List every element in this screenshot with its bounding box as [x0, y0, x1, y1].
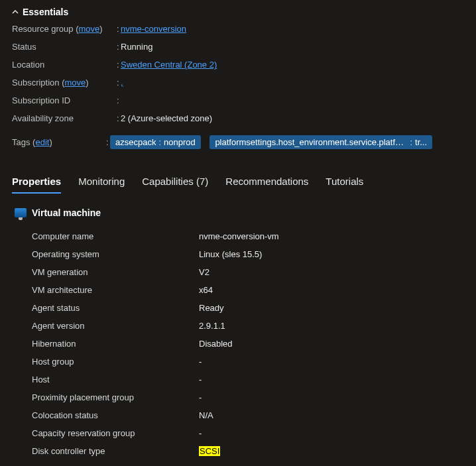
subscription-id-label: Subscription ID — [12, 95, 117, 105]
row-proximity-placement-group: Proximity placement group - — [32, 388, 464, 406]
tab-monitoring[interactable]: Monitoring — [78, 172, 125, 194]
row-operating-system: Operating system Linux (sles 15.5) — [32, 245, 464, 263]
row-host: Host - — [32, 371, 464, 388]
row-disk-controller-type: Disk controller type SCSI — [32, 442, 464, 460]
tag-chip[interactable]: platformsettings.host_environment.servic… — [209, 135, 432, 149]
resource-group-link[interactable]: nvme-conversion — [121, 24, 186, 34]
tab-bar: Properties Monitoring Capabilities (7) R… — [12, 172, 464, 194]
row-colocation-status: Colocation status N/A — [32, 406, 464, 424]
disk-controller-value-highlight: SCSI — [199, 446, 220, 456]
tag-chip[interactable]: azsecpack:nonprod — [110, 135, 201, 149]
tags-list: azsecpack:nonprod platformsettings.host_… — [110, 135, 464, 149]
resource-group-label: Resource group (move) — [12, 24, 117, 34]
subscription-link[interactable]: , — [121, 78, 123, 87]
monitor-icon — [15, 208, 27, 217]
essentials-title: Essentials — [23, 7, 68, 17]
tab-recommendations[interactable]: Recommendations — [225, 172, 308, 194]
row-capacity-reservation-group: Capacity reservation group - — [32, 424, 464, 442]
availability-zone-value: 2 (Azure-selected zone) — [121, 113, 464, 123]
edit-tags-link[interactable]: edit — [35, 137, 49, 147]
row-hibernation: Hibernation Disabled — [32, 335, 464, 353]
availability-zone-label: Availability zone — [12, 113, 117, 123]
tags-label: Tags (edit) — [12, 137, 106, 147]
move-subscription-link[interactable]: move — [65, 78, 86, 87]
row-host-group: Host group - — [32, 353, 464, 371]
row-agent-version: Agent version 2.9.1.1 — [32, 317, 464, 335]
location-link[interactable]: Sweden Central (Zone 2) — [121, 60, 217, 70]
status-value: Running — [121, 42, 464, 52]
tab-capabilities[interactable]: Capabilities (7) — [142, 172, 208, 194]
move-resource-group-link[interactable]: move — [78, 24, 99, 34]
row-computer-name: Computer name nvme-conversion-vm — [32, 227, 464, 245]
status-label: Status — [12, 42, 117, 52]
vm-section-title: Virtual machine — [15, 207, 464, 218]
tab-properties[interactable]: Properties — [12, 172, 61, 194]
essentials-toggle[interactable]: Essentials — [12, 7, 464, 17]
tab-tutorials[interactable]: Tutorials — [326, 172, 363, 194]
row-agent-status: Agent status Ready — [32, 299, 464, 317]
row-vm-generation: VM generation V2 — [32, 263, 464, 281]
location-label: Location — [12, 60, 117, 70]
chevron-up-icon — [12, 7, 19, 17]
subscription-label: Subscription (move) — [12, 78, 117, 87]
row-vm-architecture: VM architecture x64 — [32, 281, 464, 299]
